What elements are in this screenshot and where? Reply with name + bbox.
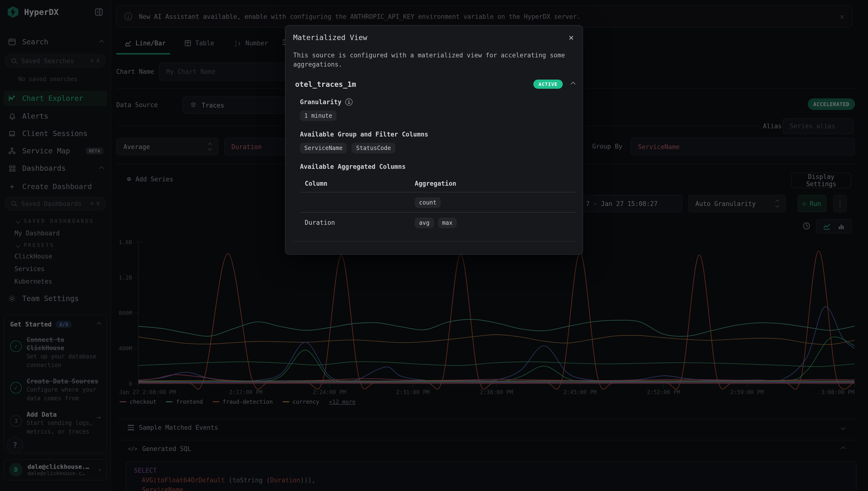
aggregation-chip: avg bbox=[415, 217, 434, 228]
chevron-up-icon[interactable] bbox=[571, 82, 575, 87]
materialized-view-modal: Materialized View × This source is confi… bbox=[285, 25, 583, 255]
modal-description: This source is configured with a materia… bbox=[293, 51, 573, 69]
view-row[interactable]: otel_traces_1m ACTIVE bbox=[293, 80, 575, 89]
modal-close-icon[interactable]: × bbox=[569, 32, 574, 42]
granularity-chip: 1 minute bbox=[300, 111, 337, 121]
aggregated-columns-table: Column Aggregation countDurationavgmax bbox=[300, 177, 576, 232]
aggregation-chip: count bbox=[415, 197, 441, 208]
aggregation-chip: max bbox=[438, 217, 457, 228]
table-header-aggregation: Aggregation bbox=[415, 180, 456, 187]
table-header-column: Column bbox=[305, 180, 415, 187]
info-icon[interactable]: i bbox=[345, 98, 353, 106]
group-filter-chips: ServiceNameStatusCode bbox=[300, 143, 575, 153]
active-status-badge: ACTIVE bbox=[533, 80, 563, 89]
view-name: otel_traces_1m bbox=[295, 80, 356, 88]
modal-title: Materialized View bbox=[293, 33, 575, 42]
aggregated-header: Available Aggregated Columns bbox=[300, 163, 575, 170]
table-row: count bbox=[300, 192, 576, 212]
table-cell-column: Duration bbox=[305, 219, 415, 226]
group-filter-chip: StatusCode bbox=[352, 143, 395, 153]
granularity-header: Granularity i bbox=[300, 98, 575, 106]
group-filter-chip: ServiceName bbox=[300, 143, 347, 153]
table-row: Durationavgmax bbox=[300, 212, 576, 232]
group-filter-header: Available Group and Filter Columns bbox=[300, 131, 575, 138]
hyperdx-app: HyperDX Search Saved Searches ⌘ K No sav… bbox=[0, 0, 868, 491]
